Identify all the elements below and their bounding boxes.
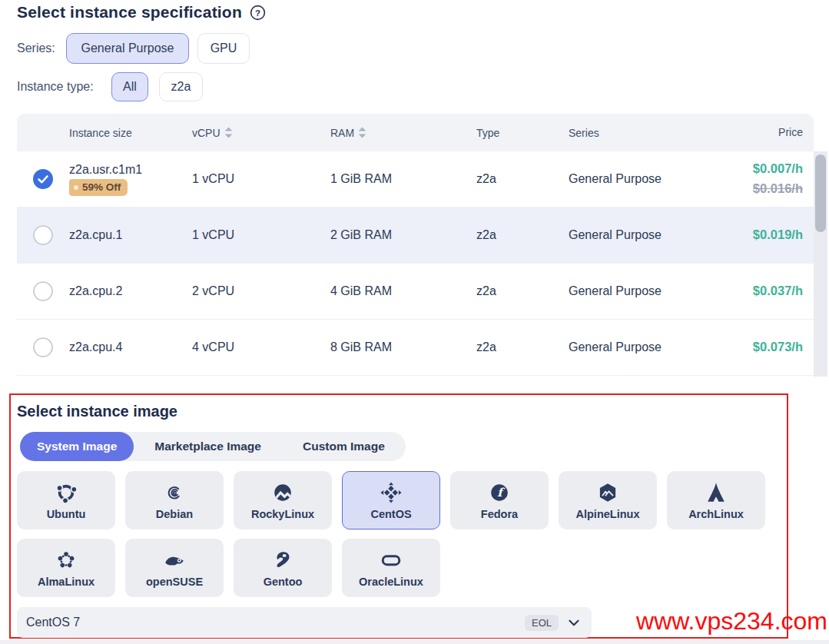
ram-value: 1 GiB RAM — [330, 172, 476, 186]
radio-unchecked-icon[interactable] — [33, 337, 53, 357]
os-label: OracleLinux — [359, 576, 423, 588]
os-label: Gentoo — [264, 576, 303, 588]
price-value: $0.073/h — [722, 337, 803, 357]
os-option-centos[interactable]: CentOS — [342, 471, 440, 529]
chevron-down-icon[interactable] — [565, 614, 582, 631]
os-option-opensuse[interactable]: openSUSE — [125, 539, 224, 597]
instance-type-option-all[interactable]: All — [111, 72, 148, 101]
radio-unchecked-icon[interactable] — [33, 281, 53, 301]
price-value: $0.007/h — [722, 159, 803, 179]
vcpu-value: 2 vCPU — [192, 284, 330, 298]
series-option-general-purpose[interactable]: General Purpose — [66, 33, 189, 64]
help-icon[interactable]: ? — [250, 5, 266, 21]
os-version-value: CentOS 7 — [26, 616, 80, 629]
os-label: RockyLinux — [251, 508, 314, 520]
watermark: www.vps234.com — [636, 607, 827, 636]
os-label: openSUSE — [146, 576, 203, 588]
type-value: z2a — [476, 172, 569, 186]
os-label: Ubuntu — [47, 508, 86, 520]
table-row[interactable]: z2a.cpu.4 4 vCPU 8 GiB RAM z2a General P… — [17, 320, 814, 376]
vcpu-value: 1 vCPU — [192, 172, 330, 186]
os-option-fedora[interactable]: f Fedora — [450, 471, 549, 529]
image-tabs: System Image Marketplace Image Custom Im… — [20, 432, 406, 461]
series-value: General Purpose — [569, 284, 722, 298]
spec-section-title: Select instance specification — [17, 3, 242, 22]
header-instance-size: Instance size — [69, 127, 192, 139]
ram-value: 2 GiB RAM — [330, 228, 476, 242]
instance-size-value: z2a.usr.c1m1 — [69, 163, 142, 177]
header-type: Type — [476, 127, 569, 139]
instance-size-value: z2a.cpu.1 — [69, 228, 122, 242]
ram-value: 4 GiB RAM — [330, 284, 476, 298]
table-row[interactable]: z2a.usr.c1m1 59% Off 1 vCPU 1 GiB RAM z2… — [17, 151, 814, 207]
tab-system-image[interactable]: System Image — [20, 432, 134, 461]
bottom-divider — [0, 640, 829, 644]
os-option-gentoo[interactable]: Gentoo — [234, 539, 332, 597]
price-value: $0.037/h — [722, 281, 803, 301]
instance-size-value: z2a.cpu.2 — [69, 284, 122, 298]
oraclelinux-icon — [380, 549, 403, 572]
opensuse-icon — [163, 549, 186, 572]
rockylinux-icon — [271, 481, 294, 504]
table-row[interactable]: z2a.cpu.2 2 vCPU 4 GiB RAM z2a General P… — [17, 264, 814, 320]
header-price: Price — [722, 124, 814, 141]
original-price-value: $0.016/h — [722, 179, 803, 199]
gentoo-icon — [271, 549, 294, 572]
series-option-gpu[interactable]: GPU — [197, 33, 250, 64]
vcpu-value: 1 vCPU — [192, 228, 330, 242]
os-label: CentOS — [370, 508, 411, 520]
price-value: $0.019/h — [722, 225, 803, 245]
discount-badge: 59% Off — [69, 179, 128, 196]
os-version-select[interactable]: CentOS 7 EOL — [17, 607, 592, 638]
os-label: Debian — [156, 508, 193, 520]
os-label: Fedora — [481, 508, 518, 520]
header-series: Series — [569, 127, 722, 139]
os-option-oraclelinux[interactable]: OracleLinux — [342, 539, 440, 597]
spec-section-header: Select instance specification ? — [17, 3, 266, 22]
instance-type-label: Instance type: — [17, 80, 111, 94]
tab-custom-image[interactable]: Custom Image — [282, 432, 406, 461]
table-row[interactable]: z2a.cpu.1 1 vCPU 2 GiB RAM z2a General P… — [17, 207, 814, 264]
os-label: AlpineLinux — [576, 508, 640, 520]
os-option-almalinux[interactable]: AlmaLinux — [17, 539, 115, 597]
ubuntu-icon — [55, 481, 78, 504]
svg-text:?: ? — [255, 8, 260, 17]
image-section-title: Select instance image — [17, 403, 177, 420]
type-value: z2a — [476, 284, 569, 298]
series-value: General Purpose — [569, 228, 722, 242]
os-option-alpinelinux[interactable]: AlpineLinux — [559, 471, 657, 529]
type-value: z2a — [476, 228, 569, 242]
instance-size-value: z2a.cpu.4 — [69, 340, 122, 354]
os-options-grid: Ubuntu Debian RockyLinux CentOS — [17, 471, 765, 597]
os-option-ubuntu[interactable]: Ubuntu — [17, 471, 115, 529]
series-selector: Series: General Purpose GPU — [17, 33, 250, 64]
archlinux-icon — [705, 481, 728, 504]
os-label: AlmaLinux — [38, 576, 95, 588]
series-value: General Purpose — [569, 172, 722, 186]
almalinux-icon — [55, 549, 78, 572]
series-value: General Purpose — [569, 340, 722, 354]
instance-type-option-z2a[interactable]: z2a — [159, 72, 203, 101]
header-ram-sort[interactable]: RAM — [330, 127, 476, 139]
sort-icon[interactable] — [358, 127, 366, 138]
instance-config-page: Select instance specification ? Series: … — [0, 0, 829, 644]
instance-table-header: Instance size vCPU RAM Type Series Price — [17, 114, 814, 151]
os-option-debian[interactable]: Debian — [125, 471, 224, 529]
centos-icon — [380, 481, 403, 504]
fedora-icon: f — [488, 481, 511, 504]
os-option-archlinux[interactable]: ArchLinux — [667, 471, 765, 529]
eol-badge: EOL — [525, 615, 559, 631]
radio-checked-icon[interactable] — [33, 169, 53, 189]
table-scrollbar-thumb[interactable] — [815, 154, 826, 232]
radio-unchecked-icon[interactable] — [33, 225, 53, 245]
sort-icon[interactable] — [224, 127, 233, 138]
tab-marketplace-image[interactable]: Marketplace Image — [134, 432, 282, 461]
alpinelinux-icon — [596, 481, 619, 504]
os-option-rockylinux[interactable]: RockyLinux — [234, 471, 332, 529]
header-vcpu-sort[interactable]: vCPU — [192, 127, 330, 139]
series-label: Series: — [17, 41, 66, 55]
debian-icon — [163, 481, 186, 504]
instance-type-selector: Instance type: All z2a — [17, 72, 203, 101]
instance-table: Instance size vCPU RAM Type Series Price… — [17, 114, 814, 376]
type-value: z2a — [476, 340, 569, 354]
